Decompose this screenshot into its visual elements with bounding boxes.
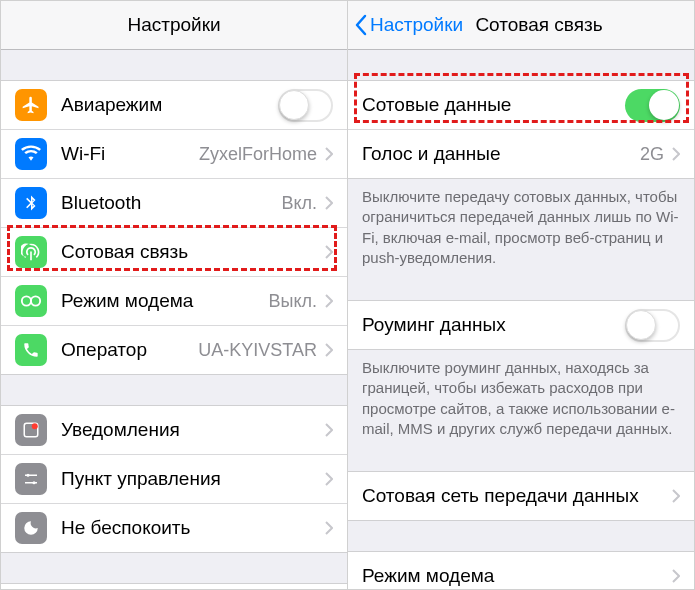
- row-label: Оператор: [61, 339, 198, 361]
- row-cellular[interactable]: Сотовая связь: [1, 227, 347, 276]
- footer-text: Выключите роуминг данных, находясь за гр…: [348, 350, 694, 453]
- row-label: Режим модема: [61, 290, 268, 312]
- row-airplane[interactable]: Авиарежим: [1, 80, 347, 129]
- row-label: Пункт управления: [61, 468, 325, 490]
- row-label: Сотовая сеть передачи данных: [362, 485, 672, 507]
- chevron-right-icon: [672, 147, 680, 161]
- row-label: Роуминг данных: [362, 314, 625, 336]
- settings-group-general: Основные: [1, 583, 347, 589]
- row-label: Не беспокоить: [61, 517, 325, 539]
- moon-icon: [15, 512, 47, 544]
- row-notifications[interactable]: Уведомления: [1, 405, 347, 454]
- row-wifi[interactable]: Wi-Fi ZyxelForHome: [1, 129, 347, 178]
- phone-icon: [15, 334, 47, 366]
- chevron-right-icon: [325, 196, 333, 210]
- chevron-right-icon: [325, 472, 333, 486]
- row-dnd[interactable]: Не беспокоить: [1, 503, 347, 552]
- bluetooth-icon: [15, 187, 47, 219]
- cellular-content[interactable]: Сотовые данные Голос и данные 2G Выключи…: [348, 50, 694, 589]
- row-bluetooth[interactable]: Bluetooth Вкл.: [1, 178, 347, 227]
- page-title: Настройки: [127, 14, 220, 36]
- chevron-right-icon: [325, 343, 333, 357]
- row-carrier[interactable]: Оператор UA-KYIVSTAR: [1, 325, 347, 374]
- svg-rect-5: [25, 475, 37, 477]
- row-label: Сотовая связь: [61, 241, 325, 263]
- roaming-switch[interactable]: [625, 309, 680, 342]
- settings-list[interactable]: Авиарежим Wi-Fi ZyxelForHome Bluetooth В…: [1, 50, 347, 589]
- cellular-pane: Настройки Сотовая связь Сотовые данные Г…: [348, 1, 694, 589]
- hotspot-icon: [15, 285, 47, 317]
- control-center-icon: [15, 463, 47, 495]
- row-value: 2G: [640, 144, 664, 165]
- row-label: Уведомления: [61, 419, 325, 441]
- airplane-icon: [15, 89, 47, 121]
- navbar-right: Настройки Сотовая связь: [348, 1, 694, 50]
- wifi-icon: [15, 138, 47, 170]
- row-cellular-data[interactable]: Сотовые данные: [348, 80, 694, 129]
- airplane-switch[interactable]: [278, 89, 333, 122]
- footer-text: Выключите передачу сотовых данных, чтобы…: [348, 179, 694, 282]
- row-hotspot[interactable]: Режим модема: [348, 551, 694, 589]
- chevron-right-icon: [325, 423, 333, 437]
- svg-point-3: [32, 423, 38, 429]
- row-data-roaming[interactable]: Роуминг данных: [348, 300, 694, 349]
- row-control-center[interactable]: Пункт управления: [1, 454, 347, 503]
- row-label: Bluetooth: [61, 192, 281, 214]
- back-label: Настройки: [370, 14, 463, 36]
- svg-point-1: [31, 296, 40, 305]
- chevron-right-icon: [325, 245, 333, 259]
- row-value: UA-KYIVSTAR: [198, 340, 317, 361]
- svg-rect-7: [25, 482, 37, 484]
- row-general[interactable]: Основные: [1, 583, 347, 589]
- chevron-right-icon: [325, 147, 333, 161]
- cellular-data-switch[interactable]: [625, 89, 680, 122]
- navbar-left: Настройки: [1, 1, 347, 50]
- row-label: Wi-Fi: [61, 143, 199, 165]
- row-label: Голос и данные: [362, 143, 640, 165]
- settings-group-misc: Уведомления Пункт управления Не беспокои…: [1, 405, 347, 553]
- chevron-right-icon: [325, 521, 333, 535]
- row-label: Авиарежим: [61, 94, 278, 116]
- cellular-icon: [15, 236, 47, 268]
- row-value: Выкл.: [268, 291, 317, 312]
- chevron-right-icon: [325, 294, 333, 308]
- row-value: Вкл.: [281, 193, 317, 214]
- row-hotspot[interactable]: Режим модема Выкл.: [1, 276, 347, 325]
- back-button[interactable]: Настройки: [354, 14, 463, 36]
- chevron-right-icon: [672, 489, 680, 503]
- chevron-left-icon: [354, 14, 368, 36]
- settings-group-connectivity: Авиарежим Wi-Fi ZyxelForHome Bluetooth В…: [1, 80, 347, 375]
- row-cellular-network[interactable]: Сотовая сеть передачи данных: [348, 471, 694, 520]
- row-label: Режим модема: [362, 565, 672, 587]
- row-value: ZyxelForHome: [199, 144, 317, 165]
- settings-pane: Настройки Авиарежим Wi-Fi ZyxelForHome: [1, 1, 348, 589]
- row-label: Сотовые данные: [362, 94, 625, 116]
- svg-point-0: [22, 296, 31, 305]
- page-title: Сотовая связь: [475, 14, 602, 36]
- chevron-right-icon: [672, 569, 680, 583]
- notifications-icon: [15, 414, 47, 446]
- row-voice-data[interactable]: Голос и данные 2G: [348, 129, 694, 178]
